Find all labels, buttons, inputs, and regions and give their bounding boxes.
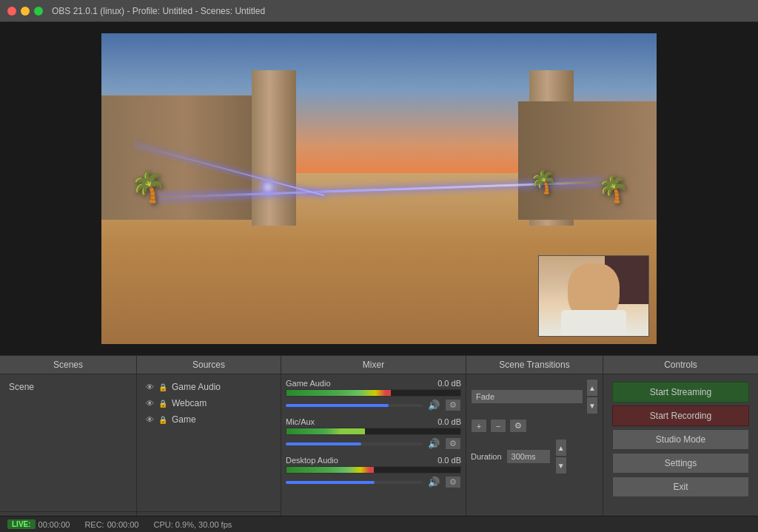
source-label-webcam: Webcam	[172, 398, 207, 408]
lock-icon: 🔒	[158, 383, 167, 391]
level-fill-game-audio	[286, 390, 391, 396]
status-live: LIVE: 00:00:00	[7, 519, 70, 529]
lock-icon2: 🔒	[158, 400, 167, 408]
palm-left: 🌴	[130, 169, 167, 204]
window-controls	[7, 7, 43, 16]
volume-slider-desktop-audio[interactable]	[286, 481, 423, 484]
transition-spin-up[interactable]: ▲	[586, 379, 598, 397]
source-label-game-audio: Game Audio	[172, 382, 221, 392]
palm-right2: 🌴	[529, 169, 557, 195]
preview-area: 🌴 🌴 🌴	[0, 22, 758, 355]
volume-slider-mic-aux[interactable]	[286, 442, 423, 445]
mixer-header: Mixer	[281, 356, 466, 374]
mute-button-desktop-audio[interactable]: 🔊	[426, 476, 442, 488]
settings-button[interactable]: Settings	[612, 453, 749, 474]
channel-db-mic-aux: 0.0 dB	[437, 417, 461, 426]
lock-icon3: 🔒	[158, 416, 167, 424]
scenes-header: Scenes	[0, 356, 136, 374]
source-label-game: Game	[172, 414, 196, 425]
window-title: OBS 21.0.1 (linux) - Profile: Untitled -…	[52, 6, 265, 16]
duration-spin-down[interactable]: ▼	[555, 457, 567, 474]
volume-row-mic-aux: 🔊 ⚙	[286, 437, 461, 450]
minimize-button[interactable]	[21, 7, 30, 16]
controls-header: Controls	[603, 356, 758, 374]
studio-mode-button[interactable]: Studio Mode	[612, 429, 749, 450]
start-recording-button[interactable]: Start Recording	[612, 405, 749, 426]
duration-row: Duration ▲ ▼	[471, 439, 598, 474]
channel-name-mic-aux: Mic/Aux	[286, 417, 315, 426]
visibility-icon2: 👁	[146, 399, 154, 408]
controls-content: Start Streaming Start Recording Studio M…	[603, 374, 758, 532]
start-streaming-button[interactable]: Start Streaming	[612, 382, 749, 403]
rec-time: 00:00:00	[107, 520, 139, 529]
live-badge: LIVE:	[7, 519, 36, 529]
statusbar: LIVE: 00:00:00 REC: 00:00:00 CPU: 0.9%, …	[0, 516, 758, 532]
sources-header: Sources	[137, 356, 281, 374]
rec-label: REC:	[84, 520, 104, 529]
channel-db-game-audio: 0.0 dB	[437, 379, 461, 388]
sources-content: 👁 🔒 Game Audio 👁 🔒 Webcam 👁 🔒 Game	[137, 374, 281, 511]
duration-input[interactable]	[506, 449, 551, 464]
visibility-icon3: 👁	[146, 415, 154, 424]
laser-glow	[257, 176, 279, 198]
webcam-overlay	[538, 255, 649, 337]
level-meter-mic-aux	[286, 428, 461, 435]
transition-spin-down[interactable]: ▼	[586, 397, 598, 414]
duration-spin-up[interactable]: ▲	[555, 439, 567, 457]
mixer-channel-mic-aux: Mic/Aux 0.0 dB 🔊 ⚙	[286, 417, 461, 450]
webcam-face	[539, 256, 648, 336]
volume-fill-desktop-audio	[286, 481, 375, 484]
cpu-info: CPU: 0.9%, 30.00 fps	[154, 520, 232, 529]
transitions-content: Fade ▲ ▼ + − ⚙ Duration ▲ ▼	[466, 374, 603, 532]
maximize-button[interactable]	[34, 7, 43, 16]
transition-select-row: Fade ▲ ▼	[471, 379, 598, 414]
volume-fill-mic-aux	[286, 442, 361, 445]
volume-fill-game-audio	[286, 404, 389, 407]
channel-db-desktop-audio: 0.0 dB	[437, 456, 461, 465]
bottom-panel: Scenes Scene + − | ∧ ∨ Sources 👁 🔒 Game …	[0, 355, 758, 532]
mixer-panel: Mixer Game Audio 0.0 dB 🔊 ⚙	[281, 356, 466, 532]
volume-row-game-audio: 🔊 ⚙	[286, 399, 461, 411]
visibility-icon: 👁	[146, 383, 154, 391]
level-meter-game-audio	[286, 389, 461, 397]
settings-button-mic-aux[interactable]: ⚙	[445, 437, 461, 450]
duration-label: Duration	[471, 452, 502, 461]
source-item-game[interactable]: 👁 🔒 Game	[141, 411, 276, 428]
close-button[interactable]	[7, 7, 16, 16]
exit-button[interactable]: Exit	[612, 477, 749, 497]
mute-button-mic-aux[interactable]: 🔊	[426, 437, 442, 450]
live-time: 00:00:00	[38, 520, 70, 529]
transition-add-button[interactable]: +	[471, 419, 487, 433]
scenes-panel: Scenes Scene + − | ∧ ∨	[0, 356, 137, 532]
preview-canvas: 🌴 🌴 🌴	[101, 33, 657, 344]
level-fill-desktop-audio	[286, 467, 374, 473]
mixer-channel-desktop-audio: Desktop Audio 0.0 dB 🔊 ⚙	[286, 456, 461, 488]
settings-button-game-audio[interactable]: ⚙	[445, 399, 461, 411]
transition-properties-button[interactable]: ⚙	[509, 419, 527, 433]
level-meter-desktop-audio	[286, 466, 461, 474]
source-item-webcam[interactable]: 👁 🔒 Webcam	[141, 395, 276, 411]
transitions-header: Scene Transitions	[466, 356, 603, 374]
mixer-channel-game-audio: Game Audio 0.0 dB 🔊 ⚙	[286, 379, 461, 411]
mixer-content: Game Audio 0.0 dB 🔊 ⚙ Mic/Aux	[281, 374, 466, 532]
transition-remove-button[interactable]: −	[490, 419, 506, 433]
channel-name-game-audio: Game Audio	[286, 379, 331, 388]
channel-name-desktop-audio: Desktop Audio	[286, 456, 338, 465]
volume-row-desktop-audio: 🔊 ⚙	[286, 476, 461, 488]
sources-panel: Sources 👁 🔒 Game Audio 👁 🔒 Webcam 👁 🔒 Ga…	[137, 356, 281, 532]
mute-button-game-audio[interactable]: 🔊	[426, 399, 442, 411]
transition-type-select[interactable]: Fade	[471, 389, 583, 404]
pillar-left	[252, 70, 296, 226]
scenes-content: Scene	[0, 374, 136, 511]
titlebar: OBS 21.0.1 (linux) - Profile: Untitled -…	[0, 0, 758, 22]
wall-right	[518, 101, 657, 220]
volume-slider-game-audio[interactable]	[286, 404, 423, 407]
transitions-panel: Scene Transitions Fade ▲ ▼ + − ⚙ Duratio…	[466, 356, 603, 532]
source-item-game-audio[interactable]: 👁 🔒 Game Audio	[141, 379, 276, 395]
controls-panel: Controls Start Streaming Start Recording…	[603, 356, 758, 532]
status-rec: REC: 00:00:00	[84, 520, 138, 529]
level-fill-mic-aux	[286, 428, 365, 434]
transitions-toolbar: + − ⚙	[471, 419, 598, 433]
scene-item[interactable]: Scene	[4, 379, 132, 395]
settings-button-desktop-audio[interactable]: ⚙	[445, 476, 461, 488]
